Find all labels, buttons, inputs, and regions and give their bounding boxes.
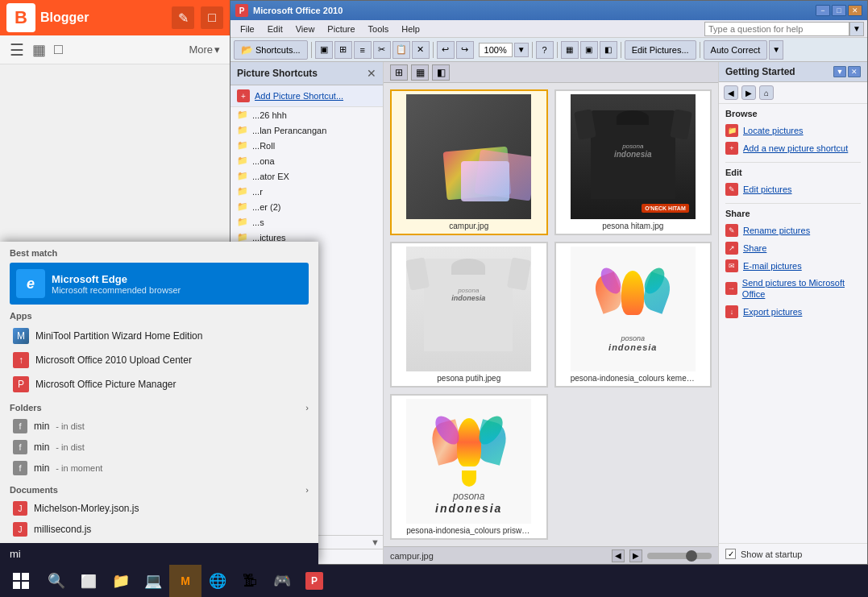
start-button[interactable] — [2, 565, 40, 597]
folder-item-0[interactable]: f min - in dist — [10, 416, 309, 437]
toolbar-icon1[interactable]: ▦ — [561, 41, 579, 59]
zoom-dropdown[interactable]: ▼ — [514, 43, 529, 57]
view-thumbnails-btn[interactable]: ⊞ — [390, 64, 408, 81]
menu-picture[interactable]: Picture — [321, 23, 361, 35]
picture-item-2[interactable]: posona indonesia pesona putih.jpeg — [390, 242, 548, 388]
folders-more-arrow[interactable]: › — [305, 403, 309, 413]
shortcut-item[interactable]: 📁 ...lan Perancangan — [230, 122, 383, 138]
shortcut-item[interactable]: 📁 ...s — [230, 214, 383, 230]
gs-add-text[interactable]: Add a new picture shortcut — [743, 143, 848, 153]
taskbar-game-button[interactable]: 🎮 — [266, 565, 298, 597]
gs-startup-checkbox[interactable]: ✓ — [725, 549, 736, 559]
gs-edit-pictures-item[interactable]: ✎ Edit pictures — [725, 180, 861, 198]
gs-email-text[interactable]: E-mail pictures — [743, 261, 802, 271]
status-slider[interactable] — [647, 553, 712, 559]
folder-item-2[interactable]: f min - in moment — [10, 458, 309, 479]
menu-file[interactable]: File — [234, 23, 261, 35]
help-dropdown-button[interactable]: ▼ — [849, 22, 864, 36]
toolbar-redo[interactable]: ↪ — [456, 41, 474, 59]
folder-item-1[interactable]: f min - in dist — [10, 437, 309, 458]
gs-edit-text[interactable]: Edit pictures — [743, 184, 792, 194]
doc-item-0[interactable]: J Michelson-Morley.json.js — [10, 498, 309, 519]
gs-share-text[interactable]: Share — [743, 243, 766, 253]
menu-help[interactable]: Help — [395, 23, 426, 35]
taskbar-minitool-button[interactable]: M — [169, 565, 201, 597]
toolbar-icon3[interactable]: ◧ — [600, 41, 617, 59]
best-match-item[interactable]: e Microsoft Edge Microsoft recommended b… — [10, 263, 309, 305]
shortcut-item[interactable]: 📁 ...ator EX — [230, 168, 383, 184]
gs-export-text[interactable]: Export pictures — [743, 307, 802, 317]
picture-item-3[interactable]: posona indonesia pesona-indonesia_colour… — [554, 242, 712, 388]
blogger-logo[interactable]: B — [6, 3, 35, 32]
toolbar-btn-1[interactable]: ▣ — [315, 41, 333, 59]
gs-export-item[interactable]: ↓ Export pictures — [725, 303, 861, 321]
blogger-new-post-icon[interactable]: ✎ — [172, 6, 194, 29]
add-shortcut-item[interactable]: + Add Picture Shortcut... — [230, 85, 383, 107]
minimize-button[interactable]: − — [816, 5, 830, 16]
gs-add-shortcut-item2[interactable]: + Add a new picture shortcut — [725, 139, 861, 157]
menu-tools[interactable]: Tools — [362, 23, 396, 35]
toolbar-icon2[interactable]: ▣ — [580, 41, 598, 59]
toolbar-undo[interactable]: ↩ — [437, 41, 455, 59]
taskbar-file-explorer-button[interactable]: 📁 — [105, 565, 137, 597]
toolbar-btn-4[interactable]: ✂ — [373, 41, 391, 59]
toolbar-btn-3[interactable]: ≡ — [354, 41, 372, 59]
picture-item-4[interactable]: posona indonesia pesona-indonesia_colour… — [390, 394, 548, 540]
close-button[interactable]: ✕ — [848, 5, 862, 16]
status-slider-thumb[interactable] — [686, 550, 697, 562]
blogger-page-icon[interactable]: □ — [201, 6, 223, 29]
gs-expand-btn[interactable]: ▼ — [833, 66, 846, 77]
toolbar-btn-5[interactable]: 📋 — [392, 41, 410, 59]
help-search-input[interactable] — [704, 22, 849, 36]
edit-pictures-button[interactable]: Edit Pictures... — [625, 40, 696, 60]
taskbar-archive-button[interactable]: 🗜 — [234, 565, 266, 597]
hamburger-icon[interactable]: ☰ — [10, 40, 24, 60]
gs-rename-text[interactable]: Rename pictures — [743, 226, 810, 235]
page-icon[interactable]: □ — [54, 41, 63, 58]
gs-close-btn[interactable]: ✕ — [848, 66, 861, 77]
restore-button[interactable]: □ — [832, 5, 846, 16]
zoom-input[interactable] — [479, 43, 513, 57]
search-app-0[interactable]: M MiniTool Partition Wizard Home Edition — [10, 324, 309, 348]
docs-more-arrow[interactable]: › — [305, 485, 309, 495]
help-btn[interactable]: ? — [536, 41, 554, 59]
taskbar-edge-button[interactable]: 🌐 — [201, 565, 234, 597]
menu-edit[interactable]: Edit — [261, 23, 289, 35]
menu-view[interactable]: View — [289, 23, 322, 35]
gs-share-item[interactable]: ↗ Share — [725, 239, 861, 257]
shortcuts-close-icon[interactable]: ✕ — [367, 67, 376, 80]
gs-rename-item[interactable]: ✎ Rename pictures — [725, 222, 861, 239]
shortcut-item[interactable]: 📁 ...er (2) — [230, 199, 383, 214]
gs-locate-item[interactable]: 📁 Locate pictures — [725, 122, 861, 139]
shortcut-item[interactable]: 📁 ...ona — [230, 153, 383, 168]
doc-item-1[interactable]: J millisecond.js — [10, 519, 309, 540]
gs-forward-btn[interactable]: ▶ — [741, 85, 756, 100]
search-app-1[interactable]: ↑ Microsoft Office 2010 Upload Center — [10, 348, 309, 372]
picture-item-1[interactable]: O'NECK HITAM posona indonesia pesona hit… — [554, 89, 712, 235]
add-shortcut-text[interactable]: Add Picture Shortcut... — [255, 91, 343, 101]
view-filmstrip-btn[interactable]: ▦ — [411, 64, 429, 81]
gs-home-btn[interactable]: ⌂ — [759, 85, 774, 100]
gs-locate-text[interactable]: Locate pictures — [743, 126, 804, 135]
status-next-btn[interactable]: ▶ — [629, 549, 642, 562]
auto-correct-dropdown[interactable]: ▼ — [769, 40, 783, 60]
shortcuts-button[interactable]: 📂 Shortcuts... — [234, 40, 308, 60]
picture-item-0[interactable]: campur.jpg — [390, 89, 548, 235]
shortcut-item[interactable]: 📁 ...Roll — [230, 138, 383, 153]
taskbar-search-button[interactable]: 🔍 — [40, 565, 73, 597]
taskbar-office-button[interactable]: P — [298, 565, 330, 597]
taskbar-task-view-button[interactable]: ⬜ — [73, 565, 105, 597]
toolbar-btn-6[interactable]: ✕ — [412, 41, 430, 59]
toolbar-btn-2[interactable]: ⊞ — [334, 41, 352, 59]
shortcut-item[interactable]: 📁 ...r — [230, 184, 383, 199]
gs-send-ms-item[interactable]: → Send pictures to Microsoft Office — [725, 275, 861, 303]
more-button[interactable]: More ▾ — [189, 44, 220, 56]
taskbar-settings-button[interactable]: 💻 — [137, 565, 169, 597]
gs-email-item[interactable]: ✉ E-mail pictures — [725, 257, 861, 275]
status-prev-btn[interactable]: ◀ — [612, 549, 625, 562]
gs-back-btn[interactable]: ◀ — [724, 85, 738, 100]
auto-correct-button[interactable]: Auto Correct — [704, 40, 768, 60]
view-single-btn[interactable]: ◧ — [432, 64, 450, 81]
gs-send-text[interactable]: Send pictures to Microsoft Office — [742, 277, 861, 301]
shortcut-item[interactable]: 📁 ...26 hhh — [230, 107, 383, 122]
